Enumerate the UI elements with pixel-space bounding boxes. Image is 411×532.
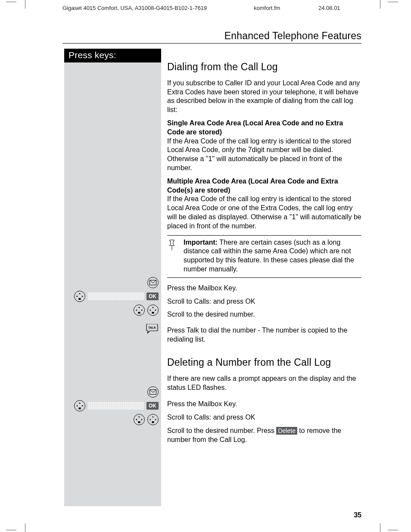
intro-paragraph: If you subscribe to Caller ID and your L…	[167, 79, 361, 115]
ok-softkey: OK	[146, 402, 159, 410]
crop-mark	[388, 2, 398, 2]
key-row-scroll-scroll-2	[64, 413, 159, 426]
page-number: 35	[354, 511, 361, 519]
display-strip	[88, 402, 144, 410]
crop-mark	[25, 523, 25, 532]
sidebar: Press keys: OK	[64, 49, 161, 506]
single-area-heading: Single Area Code Area (Local Area Code a…	[167, 119, 343, 136]
navigation-key-icon	[134, 414, 145, 425]
product-id: Gigaset 4015 Comfort, USA, A31008-G4015-…	[62, 5, 254, 11]
key-row-scroll-scroll	[64, 304, 159, 317]
delete-intro: If there are new calls a prompt appears …	[167, 374, 361, 392]
del-step-scroll-calls: Scroll to Calls: and press OK	[167, 413, 361, 422]
svg-text:TALK: TALK	[148, 326, 156, 329]
del-step-scroll-number: Scroll to the desired number. Press Dele…	[167, 426, 361, 445]
note-text: Important: There are certain cases (such…	[184, 238, 361, 274]
svg-rect-8	[152, 421, 154, 423]
ok-softkey: OK	[146, 292, 159, 300]
note-label: Important:	[184, 239, 218, 246]
date: 24.08.01	[318, 5, 370, 11]
step-talk: Press Talk to dial the number - The numb…	[167, 326, 361, 344]
sidebar-header: Press keys:	[64, 49, 161, 62]
filename: komfort.fm	[254, 5, 318, 11]
talk-key-icon: TALK	[146, 324, 159, 334]
key-row-scroll-ok-2: OK	[68, 399, 159, 412]
single-area-body: If the Area Code of the call log entry i…	[167, 137, 351, 171]
navigation-key-icon	[134, 305, 145, 316]
navigation-key-icon	[147, 305, 159, 316]
crop-mark	[388, 530, 398, 530]
step-mailbox: Press the Mailbox Key.	[167, 284, 361, 293]
navigation-key-icon	[74, 291, 85, 302]
del-step-pre: Scroll to the desired number. Press	[167, 427, 276, 434]
delete-softkey: Delete	[276, 427, 297, 435]
key-row-talk: TALK	[64, 323, 159, 336]
crop-mark	[6, 530, 16, 530]
crop-mark	[6, 2, 16, 2]
header-meta: Gigaset 4015 Comfort, USA, A31008-G4015-…	[62, 5, 370, 11]
page: Gigaset 4015 Comfort, USA, A31008-G4015-…	[0, 0, 411, 532]
crop-mark	[25, 0, 25, 9]
step-scroll-calls: Scroll to Calls: and press OK	[167, 297, 361, 306]
display-strip	[88, 292, 144, 300]
svg-rect-2	[138, 312, 140, 314]
mailbox-key-icon	[147, 277, 159, 288]
multi-area-body: If the Area Code of the call log entry i…	[167, 195, 361, 229]
key-row-scroll-ok: OK	[68, 290, 159, 303]
section-title: Enhanced Telephone Features	[224, 30, 361, 42]
content-area: Press keys: OK	[64, 49, 361, 506]
heading-dialing: Dialing from the Call Log	[167, 61, 361, 74]
horizontal-rule	[62, 43, 361, 44]
navigation-key-icon	[147, 414, 159, 425]
svg-rect-6	[79, 408, 81, 409]
crop-mark	[380, 523, 380, 532]
svg-rect-3	[152, 312, 154, 314]
pin-icon	[167, 238, 178, 274]
step-scroll-number: Scroll to the desired number.	[167, 310, 361, 319]
multi-area-block: Multiple Area Code Area (Local Area Code…	[167, 177, 361, 231]
key-row-mailbox	[64, 276, 159, 289]
del-step-mailbox: Press the Mailbox Key.	[167, 400, 361, 409]
important-note: Important: There are certain cases (such…	[167, 235, 361, 278]
svg-rect-1	[79, 298, 81, 300]
multi-area-heading: Multiple Area Code Area (Local Area Code…	[167, 177, 338, 194]
single-area-block: Single Area Code Area (Local Area Code a…	[167, 119, 361, 173]
mailbox-key-icon	[147, 386, 159, 398]
crop-mark	[380, 0, 380, 9]
svg-rect-7	[138, 421, 140, 423]
heading-deleting: Deleting a Number from the Call Log	[167, 356, 361, 369]
navigation-key-icon	[74, 400, 85, 411]
main-column: Dialing from the Call Log If you subscri…	[161, 49, 361, 506]
key-row-mailbox-2	[64, 386, 159, 398]
